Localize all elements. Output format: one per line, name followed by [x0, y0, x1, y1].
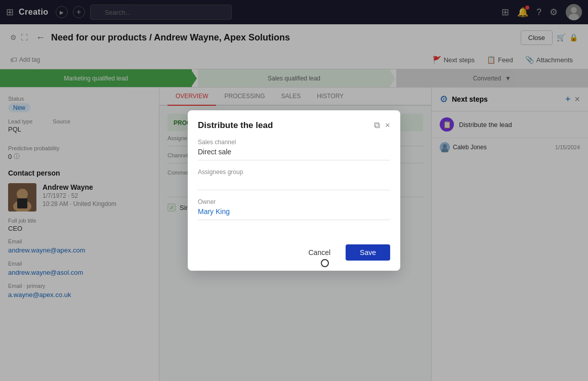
dialog-header: Distribute the lead ⧉ × [188, 110, 400, 137]
dialog-owner-value[interactable]: Mary King [198, 207, 390, 220]
dialog-assignees-group-label: Assignees group [198, 168, 390, 176]
dialog-footer: Cancel Save [188, 238, 400, 271]
dialog-assignees-group: Assignees group [198, 168, 390, 190]
dialog-header-actions: ⧉ × [374, 120, 390, 131]
dialog-external-link-icon[interactable]: ⧉ [374, 120, 380, 131]
dialog-close-icon[interactable]: × [385, 120, 390, 131]
modal-backdrop: Distribute the lead ⧉ × Sales channel Di… [0, 0, 588, 381]
dialog-owner: Owner Mary King [198, 198, 390, 220]
save-button[interactable]: Save [346, 244, 390, 261]
dialog-sales-channel-label: Sales channel [198, 139, 390, 146]
cancel-button[interactable]: Cancel [298, 244, 341, 261]
dialog-sales-channel-value[interactable]: Direct sale [198, 148, 390, 160]
distribute-lead-dialog: Distribute the lead ⧉ × Sales channel Di… [188, 110, 400, 271]
dialog-body: Sales channel Direct sale Assignees grou… [188, 137, 400, 238]
dialog-sales-channel: Sales channel Direct sale [198, 139, 390, 160]
dialog-owner-label: Owner [198, 198, 390, 205]
dialog-assignees-group-value[interactable] [198, 178, 390, 190]
dialog-title: Distribute the lead [198, 120, 273, 131]
